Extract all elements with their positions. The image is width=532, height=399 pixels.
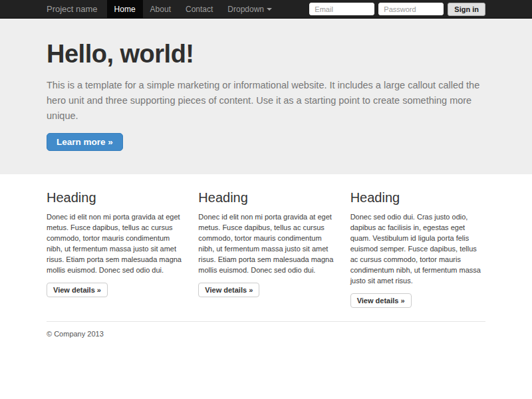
nav-item-dropdown[interactable]: Dropdown [220,0,279,18]
view-details-button-1[interactable]: View details » [47,283,108,297]
hero-description: This is a template for a simple marketin… [47,78,485,124]
view-details-button-2[interactable]: View details » [198,283,259,297]
nav-item-home[interactable]: Home [107,0,143,18]
navbar-nav: Home About Contact Dropdown [107,0,279,18]
column-heading: Heading [350,190,485,205]
marketing-column-1: Heading Donec id elit non mi porta gravi… [47,174,182,308]
sign-in-button[interactable]: Sign in [448,3,485,16]
marketing-column-2: Heading Donec id elit non mi porta gravi… [198,174,333,308]
hero-unit: Hello, world! This is a template for a s… [0,19,532,174]
marketing-section: Heading Donec id elit non mi porta gravi… [47,174,485,338]
column-body: Donec id elit non mi porta gravida at eg… [47,211,182,275]
email-field[interactable] [309,3,374,15]
nav-item-dropdown-label: Dropdown [227,5,264,14]
navbar: Project name Home About Contact Dropdown… [0,0,532,19]
footer-divider [47,321,485,322]
copyright-text: © Company 2013 [47,330,485,338]
signin-form: Sign in [309,0,485,18]
marketing-column-3: Heading Donec sed odio dui. Cras justo o… [350,174,485,308]
column-heading: Heading [198,190,333,205]
column-heading: Heading [47,190,182,205]
learn-more-button[interactable]: Learn more » [47,133,123,151]
nav-item-about[interactable]: About [143,0,178,18]
caret-down-icon [267,8,272,11]
navbar-brand[interactable]: Project name [47,0,98,18]
nav-item-contact[interactable]: Contact [178,0,220,18]
hero-title: Hello, world! [47,40,485,68]
view-details-button-3[interactable]: View details » [350,293,412,308]
column-body: Donec id elit non mi porta gravida at eg… [198,211,333,275]
password-field[interactable] [378,3,444,15]
column-body: Donec sed odio dui. Cras justo odio, dap… [350,211,485,286]
footer: © Company 2013 [47,321,485,338]
